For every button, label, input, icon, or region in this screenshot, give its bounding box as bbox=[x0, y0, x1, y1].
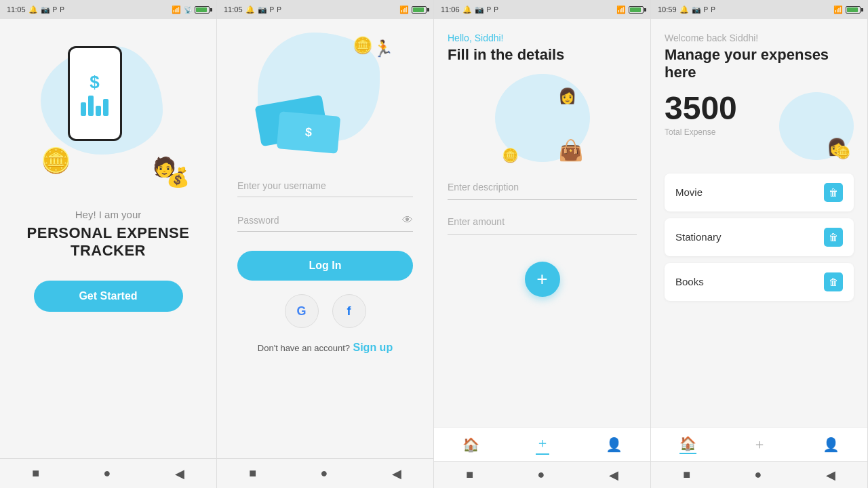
money-note-2: $ bbox=[276, 111, 340, 154]
s3-greeting: Hello, Siddhi! bbox=[448, 33, 637, 43]
coin-pile-icon: 🪙 bbox=[835, 145, 850, 160]
coin-stack-icon: 🪙 bbox=[41, 146, 71, 175]
google-login-button[interactable]: G bbox=[285, 294, 319, 328]
screen-3-add-expense: 11:06 🔔 📷 P P 📶 Hello, Siddhi! Fill in t… bbox=[434, 0, 651, 488]
s4-welcome-text: Welcome back Siddhi! bbox=[665, 33, 854, 43]
status-bar-1: 11:05 🔔 📷 P P 📶 📡 bbox=[0, 0, 216, 19]
camera-icon: 📷 bbox=[41, 5, 50, 14]
wifi-icon-3: 📶 bbox=[616, 5, 626, 14]
notification-icon-4: 🔔 bbox=[679, 5, 689, 14]
s3-nav-profile[interactable]: 👤 bbox=[606, 436, 623, 453]
signup-prompt-text: Don't have an account? bbox=[258, 343, 350, 353]
notification-icon-3: 🔔 bbox=[462, 5, 472, 14]
android-home-btn-1[interactable]: ● bbox=[103, 466, 111, 481]
expense-item-movie: Movie 🗑 bbox=[665, 174, 854, 211]
p-icon-4: P bbox=[277, 6, 281, 14]
description-input[interactable] bbox=[448, 179, 637, 195]
signup-link[interactable]: Sign up bbox=[353, 342, 393, 353]
p-icon-6: P bbox=[494, 6, 498, 14]
password-input[interactable] bbox=[237, 209, 413, 231]
trash-icon-movie: 🗑 bbox=[829, 187, 838, 198]
phone-mockup: $ bbox=[68, 46, 122, 141]
android-square-btn-2[interactable]: ■ bbox=[249, 466, 256, 481]
expense-name-stationary: Stationary bbox=[675, 231, 722, 243]
s4-illustration: 👩 🪙 bbox=[779, 92, 854, 160]
expense-name-movie: Movie bbox=[675, 186, 703, 198]
expense-item-stationary: Stationary 🗑 bbox=[665, 218, 854, 256]
android-square-btn-3[interactable]: ■ bbox=[466, 468, 473, 482]
battery-icon-4 bbox=[846, 6, 861, 14]
dollar-sign: $ bbox=[90, 72, 99, 93]
battery-icon bbox=[195, 6, 210, 14]
coins-s3: 🪙 bbox=[502, 147, 519, 163]
s3-nav-home[interactable]: 🏠 bbox=[462, 436, 479, 453]
android-home-btn-2[interactable]: ● bbox=[320, 466, 328, 481]
android-nav-bar-1: ■ ● ◀ bbox=[0, 458, 216, 488]
person-wallet-icon: 👩 bbox=[558, 87, 576, 105]
android-nav-bar-3: ■ ● ◀ bbox=[434, 461, 650, 488]
login-button[interactable]: Log In bbox=[237, 251, 413, 281]
facebook-login-button[interactable]: f bbox=[332, 294, 366, 328]
delete-stationary-button[interactable]: 🗑 bbox=[824, 228, 843, 247]
coins-right: 💰 bbox=[166, 166, 190, 188]
expense-list: Movie 🗑 Stationary 🗑 Books 🗑 bbox=[665, 174, 854, 308]
s4-nav-add[interactable]: ＋ bbox=[753, 435, 766, 453]
camera-icon-2: 📷 bbox=[258, 5, 267, 14]
s3-illustration: 👜 👩 🪙 bbox=[488, 74, 597, 169]
android-back-btn-3[interactable]: ◀ bbox=[609, 468, 618, 483]
add-expense-fab[interactable]: + bbox=[525, 262, 560, 297]
total-amount-label: Total Expense bbox=[665, 127, 737, 137]
status-time-2: 11:05 bbox=[224, 5, 243, 14]
s3-nav-add[interactable]: ＋ bbox=[536, 434, 549, 455]
person-stairs-icon: 🏃 bbox=[373, 39, 393, 58]
delete-movie-button[interactable]: 🗑 bbox=[824, 183, 843, 202]
p-icon-7: P bbox=[704, 6, 709, 14]
status-time-1: 11:05 bbox=[7, 5, 26, 14]
expense-item-books: Books 🗑 bbox=[665, 263, 854, 301]
s2-illustration: $ $ 🏃 🪙 bbox=[244, 26, 407, 161]
s3-title: Fill in the details bbox=[448, 46, 637, 64]
signup-prompt-group: Don't have an account? Sign up bbox=[258, 342, 393, 354]
eye-icon[interactable]: 👁 bbox=[402, 214, 413, 226]
android-nav-bar-2: ■ ● ◀ bbox=[217, 458, 433, 488]
description-input-group bbox=[448, 179, 637, 200]
amount-input[interactable] bbox=[448, 214, 637, 230]
s4-bottom-nav: 🏠 ＋ 👤 bbox=[651, 427, 867, 461]
s4-nav-profile[interactable]: 👤 bbox=[823, 436, 840, 453]
get-started-button[interactable]: Get Started bbox=[34, 281, 183, 312]
p-icon-3: P bbox=[270, 6, 275, 14]
username-input[interactable] bbox=[237, 175, 413, 197]
s3-bottom-nav: 🏠 ＋ 👤 bbox=[434, 427, 650, 461]
username-input-group bbox=[237, 175, 413, 197]
screen-4-dashboard: 10:59 🔔 📷 P P 📶 Welcome back Siddhi! Man… bbox=[651, 0, 868, 488]
android-square-btn-4[interactable]: ■ bbox=[683, 468, 690, 482]
p-icon-8: P bbox=[711, 6, 715, 14]
wallet-illustration: 👜 bbox=[558, 138, 583, 162]
s2-screen-content: $ $ 🏃 🪙 👁 Log In G bbox=[217, 19, 433, 458]
s4-summary-section: 3500 Total Expense 👩 🪙 bbox=[665, 92, 854, 160]
status-time-3: 11:06 bbox=[441, 5, 460, 14]
android-nav-bar-4: ■ ● ◀ bbox=[651, 461, 867, 488]
p-icon-2: P bbox=[60, 6, 64, 14]
battery-icon-2 bbox=[412, 6, 427, 14]
s4-nav-home[interactable]: 🏠 bbox=[679, 435, 696, 454]
android-back-btn-2[interactable]: ◀ bbox=[392, 466, 401, 481]
android-back-btn-1[interactable]: ◀ bbox=[175, 466, 184, 481]
screen-1-welcome: 11:05 🔔 📷 P P 📶 📡 $ bbox=[0, 0, 217, 488]
total-amount: 3500 bbox=[665, 92, 737, 125]
android-square-btn-1[interactable]: ■ bbox=[32, 466, 39, 481]
wifi-icon: 📶 bbox=[172, 5, 181, 14]
android-back-btn-4[interactable]: ◀ bbox=[826, 468, 835, 483]
coin-top: 🪙 bbox=[353, 36, 373, 55]
trash-icon-books: 🗑 bbox=[829, 277, 838, 287]
android-home-btn-4[interactable]: ● bbox=[754, 468, 762, 482]
delete-books-button[interactable]: 🗑 bbox=[824, 272, 843, 291]
expense-name-books: Books bbox=[675, 276, 704, 287]
status-time-4: 10:59 bbox=[658, 5, 677, 14]
status-bar-4: 10:59 🔔 📷 P P 📶 bbox=[651, 0, 867, 19]
camera-icon-3: 📷 bbox=[475, 5, 484, 14]
android-home-btn-3[interactable]: ● bbox=[537, 468, 545, 482]
signal-icon: 📡 bbox=[184, 6, 192, 14]
notification-icon-2: 🔔 bbox=[245, 5, 255, 14]
s3-screen-content: Hello, Siddhi! Fill in the details 👜 👩 🪙… bbox=[434, 19, 650, 427]
